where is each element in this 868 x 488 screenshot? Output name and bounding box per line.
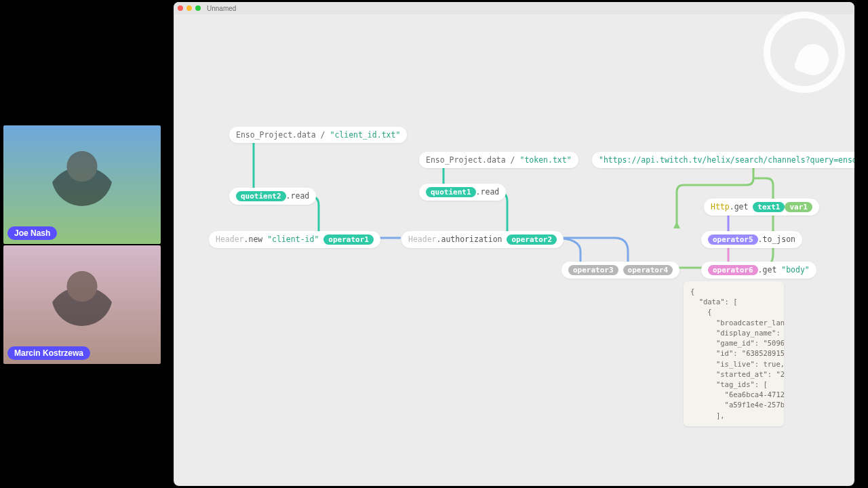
node-text: Enso_Project.data / bbox=[426, 155, 519, 165]
var-chip: quotient2 bbox=[236, 191, 286, 201]
string-literal: "client-id" bbox=[267, 235, 319, 244]
app-window: Unnamed bbox=[174, 2, 854, 486]
webcam-2: Marcin Kostrzewa bbox=[3, 245, 161, 364]
node-text: .get bbox=[730, 202, 753, 211]
webcam-1: Joe Nash bbox=[3, 125, 161, 244]
node-text: .read bbox=[476, 187, 500, 197]
node-url[interactable]: "https://api.twitch.tv/helix/search/chan… bbox=[592, 152, 854, 168]
node-text: Header bbox=[216, 235, 244, 244]
presenter-name-2: Marcin Kostrzewa bbox=[7, 346, 90, 360]
node-client-id-file[interactable]: Enso_Project.data / "client_id.txt" bbox=[229, 127, 407, 143]
var-chip: operator5 bbox=[708, 235, 758, 245]
arg-chip: operator3 bbox=[568, 265, 618, 275]
close-icon[interactable] bbox=[178, 5, 183, 11]
arg-chip: operator4 bbox=[623, 265, 673, 275]
node-to-json[interactable]: operator5.to_json bbox=[701, 231, 802, 248]
graph-canvas[interactable]: Enso_Project.data / "client_id.txt" Enso… bbox=[174, 14, 854, 486]
string-literal: "client_id.txt" bbox=[330, 130, 400, 140]
node-text: Header bbox=[408, 235, 437, 244]
node-text: .authorization bbox=[437, 235, 502, 244]
node-header-new[interactable]: Header.new "client-id" operator1 bbox=[209, 231, 380, 248]
string-literal: "token.txt" bbox=[519, 155, 571, 165]
arg-chip: operator1 bbox=[323, 235, 374, 245]
node-text: Http bbox=[711, 202, 730, 211]
node-text: .read bbox=[286, 191, 310, 201]
node-operator-pair[interactable]: operator3 operator4 bbox=[561, 262, 679, 279]
minimize-icon[interactable] bbox=[186, 5, 192, 11]
node-text: .new bbox=[244, 235, 268, 244]
avatar-silhouette bbox=[52, 145, 113, 206]
presenter-name-1: Joe Nash bbox=[7, 226, 57, 240]
node-get-body[interactable]: operator6.get "body" bbox=[701, 262, 816, 279]
string-literal: "body" bbox=[781, 265, 810, 274]
arg-chip: text1 bbox=[753, 202, 785, 212]
string-literal: "https://api.twitch.tv/helix/search/chan… bbox=[599, 155, 854, 165]
arg-chip: var1 bbox=[785, 202, 812, 212]
svg-marker-0 bbox=[673, 222, 680, 228]
window-titlebar[interactable]: Unnamed bbox=[174, 2, 854, 14]
node-text: Enso_Project.data / bbox=[236, 130, 330, 140]
node-text: .to_json bbox=[758, 235, 795, 244]
node-read-client[interactable]: quotient2.read bbox=[229, 188, 316, 205]
var-chip: quotient1 bbox=[426, 187, 476, 197]
avatar-silhouette bbox=[52, 265, 113, 326]
arg-chip: operator2 bbox=[507, 235, 557, 245]
node-read-token[interactable]: quotient1.read bbox=[419, 184, 506, 201]
zoom-icon[interactable] bbox=[195, 5, 201, 11]
var-chip: operator6 bbox=[708, 265, 758, 275]
json-output-panel[interactable]: { "data": [ { "broadcaster_langua "displ… bbox=[684, 281, 784, 426]
node-header-auth[interactable]: Header.authorization operator2 bbox=[401, 231, 564, 248]
node-http-get[interactable]: Http.get text1var1 bbox=[704, 199, 819, 216]
node-token-file[interactable]: Enso_Project.data / "token.txt" bbox=[419, 152, 578, 168]
window-title: Unnamed bbox=[207, 5, 236, 12]
node-text: .get bbox=[758, 265, 782, 274]
